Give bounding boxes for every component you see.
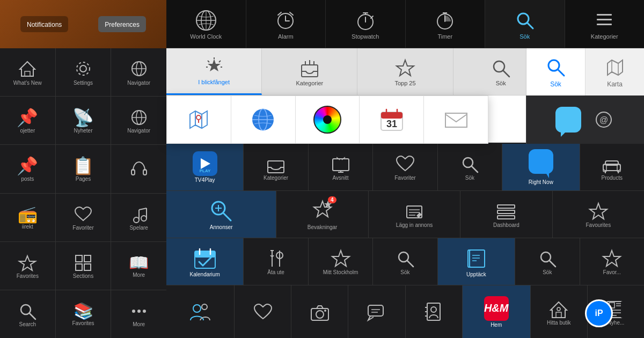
cell-upptack[interactable]: Upptäck bbox=[438, 238, 515, 285]
cell-topp25[interactable]: Topp 25 bbox=[357, 48, 453, 95]
karta-tab-label: Karta bbox=[607, 80, 623, 88]
svg-point-34 bbox=[141, 216, 147, 221]
cell-sok4[interactable]: Sök bbox=[373, 238, 437, 285]
preferences-btn[interactable]: Preferences bbox=[98, 16, 146, 32]
cell-favor2[interactable]: Favor... bbox=[580, 238, 644, 285]
cell-stopwatch[interactable]: Stopwatch bbox=[326, 0, 406, 48]
mail-icon-dd bbox=[442, 106, 470, 134]
left-nyheter[interactable]: 📡 Nyheter bbox=[56, 97, 112, 144]
cell-avsnitt[interactable]: Avsnitt bbox=[309, 144, 373, 190]
left-more2[interactable]: More bbox=[111, 290, 166, 338]
right-panel: Sök Karta bbox=[526, 48, 644, 95]
cell-people[interactable] bbox=[166, 285, 235, 338]
cell-chat[interactable] bbox=[348, 285, 405, 338]
cell-sok[interactable]: Sök bbox=[485, 0, 565, 48]
svg-rect-136 bbox=[556, 312, 561, 318]
cell-i-blickfanget[interactable]: I blickfånget bbox=[166, 48, 262, 95]
svg-point-45 bbox=[132, 310, 135, 313]
stopwatch-icon bbox=[354, 9, 377, 32]
cal-check-icon bbox=[193, 246, 217, 270]
cell-camera[interactable] bbox=[291, 285, 348, 338]
cell-favoriter3[interactable]: Favoriter bbox=[373, 144, 437, 190]
dropdown-globe[interactable] bbox=[231, 96, 296, 143]
cell-world-clock[interactable]: World Clock bbox=[166, 0, 246, 48]
cell-heart-bottom[interactable] bbox=[235, 285, 291, 338]
svg-rect-145 bbox=[621, 302, 625, 318]
book-icon: 📚 bbox=[74, 302, 93, 320]
more-label: More bbox=[133, 272, 145, 278]
dashboard-label: Dashboard bbox=[493, 222, 519, 228]
cell-annonser[interactable]: Annonser bbox=[166, 191, 276, 238]
left-more[interactable]: 📖 More bbox=[111, 242, 166, 290]
home-icon bbox=[17, 58, 38, 79]
left-sections[interactable]: Sections bbox=[56, 242, 112, 290]
sok-top-label: Sök bbox=[519, 33, 530, 40]
karta-tab[interactable]: Karta bbox=[586, 48, 644, 95]
left-iirekt[interactable]: 📻 iirekt bbox=[0, 194, 56, 241]
svg-rect-101 bbox=[497, 210, 515, 214]
email-icon-panel[interactable]: @ bbox=[592, 108, 616, 131]
kategorier3-label: Kategorier bbox=[264, 175, 288, 181]
cell-kategorier-top[interactable]: Kategorier bbox=[565, 0, 645, 48]
dropdown-maps[interactable] bbox=[167, 96, 231, 143]
svg-point-46 bbox=[137, 310, 141, 313]
left-navigator[interactable]: Navigator bbox=[111, 48, 166, 96]
cell-contacts[interactable] bbox=[406, 285, 463, 338]
dropdown-colorwheel[interactable] bbox=[296, 96, 360, 143]
cell-right-now[interactable]: Right Now bbox=[502, 144, 580, 190]
svg-rect-42 bbox=[84, 264, 91, 270]
svg-rect-128 bbox=[368, 305, 383, 316]
favor2-label: Favor... bbox=[603, 269, 621, 275]
svg-line-36 bbox=[139, 208, 147, 210]
svg-point-124 bbox=[202, 304, 207, 310]
cell-lagg-in[interactable]: Lägg in annons bbox=[369, 191, 460, 238]
left-favorites[interactable]: Favorites bbox=[0, 242, 56, 290]
topp25-label: Topp 25 bbox=[394, 80, 415, 86]
sok-tab[interactable]: Sök bbox=[526, 48, 586, 95]
svg-rect-68 bbox=[381, 112, 402, 119]
svg-point-123 bbox=[193, 305, 201, 312]
cell-sok5[interactable]: Sök bbox=[515, 238, 580, 285]
left-search[interactable]: Search bbox=[0, 290, 56, 338]
cell-hem[interactable]: H&M Hem bbox=[463, 285, 531, 338]
music-icon bbox=[129, 204, 149, 225]
left-favoriter[interactable]: Favoriter bbox=[56, 194, 112, 241]
cell-tv4play[interactable]: PLAY TV4Play bbox=[166, 144, 244, 190]
left-pages[interactable]: 📋 Pages bbox=[56, 145, 112, 193]
left-spelare[interactable]: Spelare bbox=[111, 194, 166, 241]
cell-bevakningar[interactable]: 4 Bevakningar bbox=[276, 191, 368, 238]
cell-kalendarium[interactable]: Kalendarium bbox=[166, 238, 244, 285]
dropdown-mail[interactable] bbox=[424, 96, 488, 143]
left-navigator2[interactable]: Navigator bbox=[111, 97, 166, 144]
notifications-btn[interactable]: Notifications bbox=[20, 16, 68, 32]
left-favorites2[interactable]: 📚 Favorites bbox=[56, 290, 112, 338]
cell-kategorier2[interactable]: Kategorier bbox=[262, 48, 357, 95]
left-nav3[interactable] bbox=[111, 145, 166, 193]
navigator-icon bbox=[129, 58, 149, 79]
svg-line-18 bbox=[528, 23, 533, 28]
cell-sok3[interactable]: Sök bbox=[438, 144, 502, 190]
ip-badge[interactable]: iP bbox=[585, 299, 613, 327]
left-posts[interactable]: 📌 posts bbox=[0, 145, 56, 193]
cell-kategorier3[interactable]: Kategorier bbox=[244, 144, 308, 190]
more2-label: More bbox=[133, 321, 145, 327]
dropdown-calendar[interactable]: 31 bbox=[360, 96, 424, 143]
cell-mitt-stockholm[interactable]: Mitt Stockholm bbox=[309, 238, 373, 285]
cell-products[interactable]: Products bbox=[580, 144, 644, 190]
cell-ata-ute[interactable]: Äta ute bbox=[244, 238, 308, 285]
cell-dashboard[interactable]: Dashboard bbox=[460, 191, 552, 238]
cell-favourites2[interactable]: Favourites bbox=[553, 191, 644, 238]
cell-hitta-butik[interactable]: Hitta butik bbox=[531, 285, 588, 338]
home-icon2 bbox=[548, 298, 569, 320]
kategorier-icon bbox=[592, 9, 616, 32]
left-ojetter[interactable]: 📌 ojetter bbox=[0, 97, 56, 144]
left-panel: Notifications Preferences What's New S bbox=[0, 0, 166, 338]
dropdown-overlay: 31 bbox=[166, 95, 488, 144]
globe-icon2 bbox=[129, 107, 149, 128]
cell-alarm[interactable]: Alarm bbox=[246, 0, 326, 48]
world-clock-label: World Clock bbox=[190, 33, 222, 40]
cell-timer[interactable]: Timer bbox=[406, 0, 486, 48]
left-settings[interactable]: Settings bbox=[56, 48, 112, 96]
search-label: Search bbox=[19, 321, 36, 327]
left-whats-new[interactable]: What's New bbox=[0, 48, 56, 96]
